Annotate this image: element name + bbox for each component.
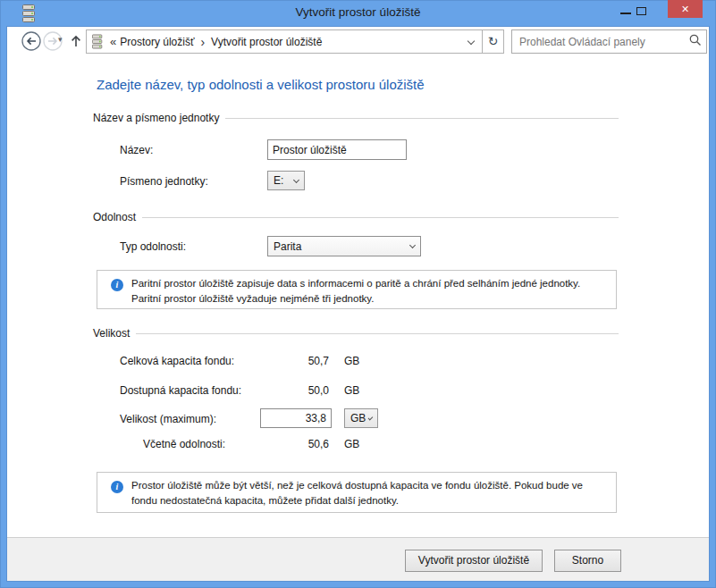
section-name-drive-title: Název a písmeno jednotky bbox=[93, 112, 219, 124]
window-title: Vytvořit prostor úložiště bbox=[107, 5, 609, 19]
section-resiliency-title: Odolnost bbox=[93, 211, 136, 223]
chevron-down-icon bbox=[409, 242, 416, 248]
section-divider bbox=[225, 118, 619, 119]
breadcrumb-separator-icon: › bbox=[200, 35, 205, 49]
search-input[interactable] bbox=[512, 36, 685, 48]
create-storage-space-button[interactable]: Vytvořit prostor úložiště bbox=[405, 550, 543, 572]
name-label: Název: bbox=[120, 144, 153, 156]
info-icon: i bbox=[111, 481, 123, 493]
footer: Vytvořit prostor úložiště Storno bbox=[7, 538, 709, 581]
close-button[interactable]: ✕ bbox=[668, 0, 703, 18]
section-divider bbox=[142, 217, 619, 218]
resiliency-type-value: Parita bbox=[274, 240, 407, 253]
section-size-header: Velikost bbox=[93, 327, 619, 340]
including-resiliency-unit: GB bbox=[344, 438, 359, 450]
section-size-title: Velikost bbox=[93, 327, 130, 340]
cancel-button[interactable]: Storno bbox=[554, 550, 621, 572]
main-content: Zadejte název, typ odolnosti a velikost … bbox=[7, 55, 709, 581]
storage-spaces-app-icon bbox=[22, 4, 36, 22]
section-divider bbox=[136, 333, 619, 334]
size-info-text: Prostor úložiště může být větší, než je … bbox=[131, 478, 583, 508]
maximize-button[interactable] bbox=[636, 7, 646, 15]
up-button[interactable] bbox=[68, 31, 84, 55]
titlebar: Vytvořit prostor úložiště ✕ bbox=[0, 0, 716, 27]
size-maximum-label: Velikost (maximum): bbox=[120, 413, 216, 425]
pool-total-capacity-value: 50,7 bbox=[260, 355, 329, 367]
including-resiliency-value: 50,6 bbox=[260, 438, 329, 450]
create-storage-space-window: Vytvořit prostor úložiště ✕ ▾ bbox=[0, 0, 716, 588]
size-maximum-input[interactable] bbox=[260, 408, 332, 428]
size-info-box: i Prostor úložiště může být větší, než j… bbox=[97, 472, 617, 513]
recent-pages-dropdown[interactable]: ▾ bbox=[58, 35, 63, 44]
breadcrumb-item-prostory-ulozist[interactable]: Prostory úložišť bbox=[120, 36, 194, 48]
resiliency-type-label: Typ odolnosti: bbox=[120, 240, 186, 253]
drive-letter-label: Písmeno jednotky: bbox=[120, 175, 208, 188]
pool-available-capacity-unit: GB bbox=[344, 384, 359, 397]
navigation-bar: ▾ bbox=[7, 27, 709, 55]
pool-total-capacity-label: Celková kapacita fondu: bbox=[120, 355, 234, 367]
including-resiliency-label: Včetně odolnosti: bbox=[143, 438, 225, 450]
drive-letter-select[interactable]: E: bbox=[267, 171, 305, 190]
size-unit-select[interactable]: GB bbox=[344, 408, 378, 428]
back-icon bbox=[21, 31, 41, 51]
back-button[interactable] bbox=[21, 31, 41, 51]
info-icon: i bbox=[111, 279, 123, 291]
breadcrumb-storage-icon bbox=[92, 34, 103, 49]
window-body: ▾ bbox=[7, 27, 709, 581]
breadcrumb-item-current[interactable]: Vytvořit prostor úložiště bbox=[211, 36, 322, 48]
size-unit-value: GB bbox=[350, 412, 366, 424]
section-name-drive-header: Název a písmeno jednotky bbox=[93, 112, 619, 124]
chevron-down-icon bbox=[293, 176, 299, 182]
up-arrow-icon bbox=[68, 31, 84, 51]
resiliency-info-box: i Paritní prostor úložiště zapisuje data… bbox=[97, 270, 617, 309]
close-icon: ✕ bbox=[681, 4, 689, 14]
pool-available-capacity-value: 50,0 bbox=[260, 384, 329, 397]
pool-total-capacity-unit: GB bbox=[344, 355, 359, 367]
breadcrumb-overflow-chevron[interactable]: « bbox=[110, 35, 116, 48]
resiliency-info-text: Paritní prostor úložiště zapisuje data s… bbox=[131, 276, 580, 307]
pool-available-capacity-label: Dostupná kapacita fondu: bbox=[120, 384, 241, 397]
breadcrumb: « Prostory úložišť › Vytvořit prostor úl… bbox=[86, 29, 483, 54]
refresh-button[interactable]: ↻ bbox=[482, 29, 504, 54]
resiliency-type-select[interactable]: Parita bbox=[267, 236, 421, 256]
search-icon[interactable] bbox=[685, 34, 706, 50]
minimize-button[interactable] bbox=[620, 13, 631, 14]
chevron-down-icon bbox=[368, 415, 373, 419]
address-dropdown-chevron-icon[interactable] bbox=[468, 37, 475, 44]
page-title: Zadejte název, typ odolnosti a velikost … bbox=[97, 77, 425, 92]
search-box bbox=[511, 29, 707, 54]
refresh-icon: ↻ bbox=[488, 34, 499, 48]
section-resiliency-header: Odolnost bbox=[93, 211, 619, 223]
name-input[interactable] bbox=[267, 139, 407, 160]
drive-letter-value: E: bbox=[274, 174, 291, 187]
